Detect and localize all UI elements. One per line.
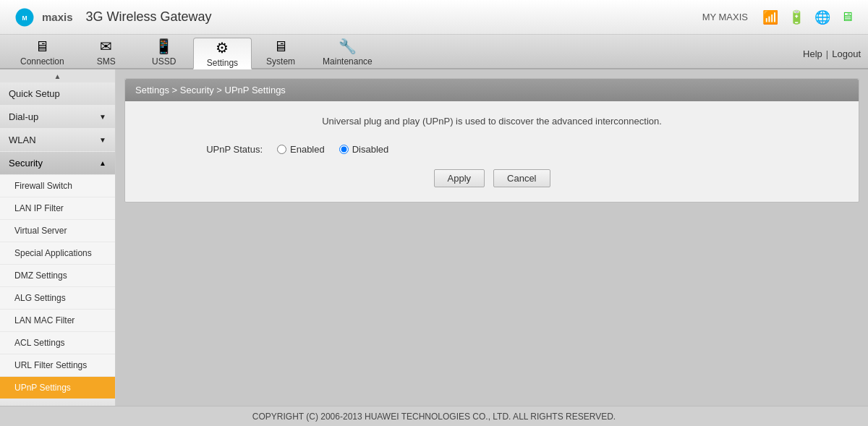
navbar: 🖥 Connection ✉ SMS 📱 USSD ⚙ Settings 🖥 S… [0,35,868,69]
tab-connection[interactable]: 🖥 Connection [7,36,77,68]
sidebar-item-security[interactable]: Security ▲ [0,152,115,175]
cancel-button[interactable]: Cancel [493,169,550,187]
ussd-icon: 📱 [155,38,173,55]
tab-ussd-label: USSD [152,56,176,67]
tab-connection-label: Connection [20,56,64,67]
sidebar-scroll-up[interactable]: ▲ [0,69,115,82]
tab-system-label: System [266,56,295,67]
footer: COPYRIGHT (C) 2006-2013 HUAWEI TECHNOLOG… [0,406,868,426]
nav-right: Help | Logout [803,48,861,68]
brand-name: maxis [42,11,73,23]
upnp-radio-group: Enabled Disabled [277,144,388,155]
tab-ussd[interactable]: 📱 USSD [135,36,193,68]
maintenance-icon: 🔧 [339,38,357,55]
sidebar-item-dhcp[interactable]: DHCP [0,399,115,406]
chevron-up-icon: ▲ [99,159,106,167]
logout-link[interactable]: Logout [832,48,861,59]
upnp-disabled-option[interactable]: Disabled [339,144,389,155]
breadcrumb: Settings > Security > UPnP Settings [125,79,859,101]
content-panel: Settings > Security > UPnP Settings Univ… [124,78,859,203]
sms-icon: ✉ [100,38,112,55]
footer-text: COPYRIGHT (C) 2006-2013 HUAWEI TECHNOLOG… [252,412,616,422]
battery-icon: 🔋 [788,9,804,25]
main-layout: ▲ Quick Setup Dial-up ▼ WLAN ▼ Security … [0,69,868,406]
sidebar-item-upnp-settings[interactable]: UPnP Settings [0,377,115,399]
sidebar-item-wlan[interactable]: WLAN ▼ [0,129,115,152]
globe-icon: 🌐 [814,9,830,25]
sidebar-item-url-filter-settings[interactable]: URL Filter Settings [0,354,115,377]
content-area: Settings > Security > UPnP Settings Univ… [116,69,868,406]
sidebar-item-quick-setup[interactable]: Quick Setup [0,82,115,106]
tab-maintenance[interactable]: 🔧 Maintenance [310,36,386,68]
upnp-enabled-option[interactable]: Enabled [277,144,325,155]
upnp-disabled-label: Disabled [352,144,389,155]
sidebar-item-dial-up[interactable]: Dial-up ▼ [0,106,115,129]
header: M maxis 3G Wireless Gateway MY MAXIS 📶 🔋… [0,0,868,35]
help-link[interactable]: Help [803,48,822,59]
settings-icon: ⚙ [216,39,229,56]
sidebar-item-firewall-switch[interactable]: Firewall Switch [0,175,115,197]
tab-settings[interactable]: ⚙ Settings [193,38,252,69]
system-icon: 🖥 [273,38,288,55]
upnp-enabled-label: Enabled [290,144,325,155]
tab-maintenance-label: Maintenance [323,56,373,67]
sidebar-item-lan-ip-filter[interactable]: LAN IP Filter [0,197,115,220]
tab-system[interactable]: 🖥 System [252,36,310,68]
monitor-icon: 🖥 [841,9,854,25]
gateway-title: 3G Wireless Gateway [86,9,212,25]
upnp-enabled-radio[interactable] [277,145,286,154]
description-text: Universal plug and play (UPnP) is used t… [147,116,837,127]
sidebar: ▲ Quick Setup Dial-up ▼ WLAN ▼ Security … [0,69,116,406]
tab-sms[interactable]: ✉ SMS [77,36,135,68]
maxis-logo-icon: M [14,7,35,27]
upnp-disabled-radio[interactable] [339,145,349,154]
apply-button[interactable]: Apply [434,169,485,187]
upnp-status-row: UPnP Status: Enabled Disabled [147,144,837,155]
tab-settings-label: Settings [207,58,238,68]
svg-text:M: M [22,14,27,21]
header-right: MY MAXIS 📶 🔋 🌐 🖥 [702,9,854,25]
sidebar-item-alg-settings[interactable]: ALG Settings [0,287,115,310]
sidebar-item-acl-settings[interactable]: ACL Settings [0,332,115,354]
panel-body: Universal plug and play (UPnP) is used t… [125,101,859,202]
upnp-status-label: UPnP Status: [176,144,277,155]
connection-icon: 🖥 [35,38,49,55]
my-maxis-label: MY MAXIS [702,12,748,22]
status-icons: 📶 🔋 🌐 🖥 [762,9,854,25]
sidebar-item-special-applications[interactable]: Special Applications [0,242,115,265]
signal-icon: 📶 [762,9,778,25]
sidebar-item-dmz-settings[interactable]: DMZ Settings [0,265,115,287]
sidebar-item-lan-mac-filter[interactable]: LAN MAC Filter [0,310,115,332]
button-row: Apply Cancel [147,169,837,187]
chevron-down-icon: ▼ [99,136,106,144]
tab-sms-label: SMS [97,56,116,67]
chevron-down-icon: ▼ [99,113,106,121]
logo-area: M maxis 3G Wireless Gateway [14,7,212,27]
sidebar-item-virtual-server[interactable]: Virtual Server [0,220,115,242]
